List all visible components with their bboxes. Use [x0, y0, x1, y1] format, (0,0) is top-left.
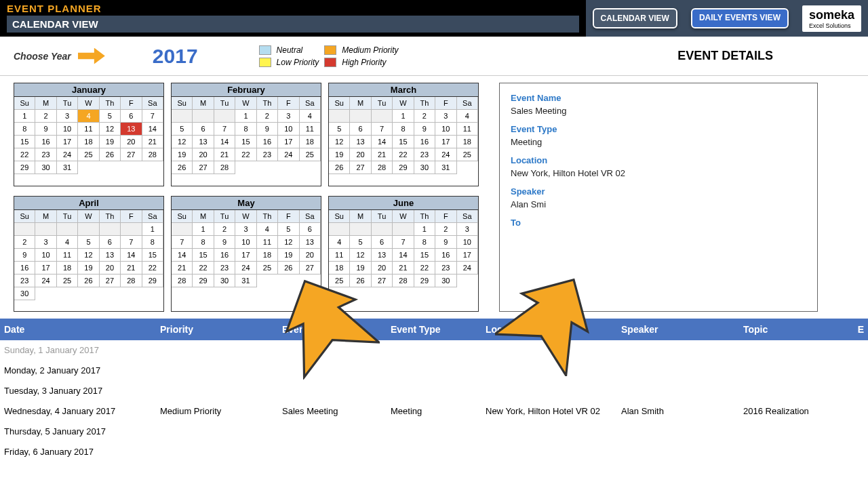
table-row[interactable]: Tuesday, 3 January 2017 [0, 381, 868, 401]
calendar-day[interactable]: 2 [35, 110, 56, 123]
calendar-day[interactable]: 11 [57, 249, 78, 262]
calendar-day[interactable]: 5 [278, 223, 299, 236]
calendar-day[interactable]: 5 [172, 123, 193, 136]
calendar-day[interactable]: 12 [350, 249, 371, 262]
calendar-day[interactable]: 28 [214, 161, 235, 174]
calendar-day[interactable]: 22 [142, 262, 163, 274]
calendar-day[interactable]: 27 [100, 274, 121, 287]
calendar-day[interactable]: 29 [393, 161, 414, 174]
calendar-day[interactable]: 20 [100, 262, 121, 274]
calendar-day[interactable]: 18 [57, 262, 78, 274]
calendar-day[interactable]: 4 [300, 110, 321, 123]
calendar-day[interactable]: 15 [14, 136, 35, 148]
calendar-day[interactable]: 15 [414, 249, 435, 262]
calendar-day[interactable]: 15 [235, 136, 256, 148]
calendar-day[interactable]: 23 [14, 274, 35, 287]
calendar-day[interactable]: 24 [35, 274, 56, 287]
calendar-day[interactable]: 6 [350, 123, 371, 136]
calendar-day[interactable]: 12 [172, 136, 193, 148]
calendar-day[interactable]: 7 [393, 236, 414, 249]
calendar-day[interactable]: 25 [78, 148, 99, 161]
calendar-day[interactable]: 13 [193, 136, 214, 148]
calendar-day[interactable]: 27 [121, 148, 142, 161]
calendar-day[interactable]: 9 [214, 236, 235, 249]
calendar-day[interactable]: 28 [121, 274, 142, 287]
calendar-day[interactable]: 3 [435, 110, 456, 123]
calendar-day[interactable]: 29 [414, 274, 435, 287]
calendar-day[interactable]: 13 [100, 249, 121, 262]
calendar-day[interactable]: 15 [393, 136, 414, 148]
calendar-day[interactable]: 27 [193, 161, 214, 174]
table-row[interactable]: Sunday, 1 January 2017 [0, 340, 868, 361]
calendar-day[interactable]: 27 [300, 262, 321, 274]
calendar-day[interactable]: 29 [193, 274, 214, 287]
calendar-day[interactable]: 24 [278, 148, 299, 161]
calendar-day[interactable]: 27 [372, 274, 393, 287]
calendar-day[interactable]: 26 [278, 262, 299, 274]
calendar-day[interactable]: 11 [329, 249, 350, 262]
calendar-day[interactable]: 26 [78, 274, 99, 287]
calendar-day[interactable]: 15 [142, 249, 163, 262]
calendar-day[interactable]: 30 [414, 161, 435, 174]
calendar-day[interactable]: 16 [14, 262, 35, 274]
calendar-day[interactable]: 23 [35, 148, 56, 161]
calendar-day[interactable]: 7 [214, 123, 235, 136]
calendar-day[interactable]: 16 [257, 136, 278, 148]
calendar-day[interactable]: 14 [142, 123, 163, 136]
calendar-day[interactable]: 18 [329, 262, 350, 274]
calendar-day[interactable]: 23 [435, 262, 456, 274]
calendar-day[interactable]: 9 [14, 249, 35, 262]
calendar-day[interactable]: 17 [278, 136, 299, 148]
calendar-day[interactable]: 13 [121, 123, 142, 136]
table-row[interactable]: Wednesday, 4 January 2017Medium Priority… [0, 401, 868, 422]
calendar-day[interactable]: 9 [435, 236, 456, 249]
calendar-day[interactable]: 7 [121, 236, 142, 249]
calendar-day[interactable]: 6 [100, 236, 121, 249]
calendar-day[interactable]: 30 [214, 274, 235, 287]
table-row[interactable]: Friday, 6 January 2017 [0, 442, 868, 462]
calendar-day[interactable]: 7 [172, 236, 193, 249]
calendar-day[interactable]: 4 [329, 236, 350, 249]
calendar-day[interactable]: 3 [278, 110, 299, 123]
calendar-day[interactable]: 24 [457, 262, 478, 274]
calendar-day[interactable]: 4 [457, 110, 478, 123]
calendar-day[interactable]: 13 [300, 236, 321, 249]
calendar-day[interactable]: 2 [14, 236, 35, 249]
calendar-day[interactable]: 22 [414, 262, 435, 274]
calendar-day[interactable]: 14 [372, 136, 393, 148]
calendar-day[interactable]: 2 [414, 110, 435, 123]
calendar-day[interactable]: 10 [278, 123, 299, 136]
calendar-day[interactable]: 20 [350, 148, 371, 161]
calendar-day[interactable]: 10 [435, 123, 456, 136]
calendar-day[interactable]: 22 [235, 148, 256, 161]
calendar-day[interactable]: 19 [172, 148, 193, 161]
calendar-day[interactable]: 21 [121, 262, 142, 274]
calendar-day[interactable]: 6 [300, 223, 321, 236]
calendar-day[interactable]: 6 [372, 236, 393, 249]
calendar-day[interactable]: 21 [172, 262, 193, 274]
calendar-day[interactable]: 15 [193, 249, 214, 262]
calendar-day[interactable]: 8 [393, 123, 414, 136]
calendar-day[interactable]: 6 [121, 110, 142, 123]
calendar-day[interactable]: 16 [214, 249, 235, 262]
calendar-day[interactable]: 11 [300, 123, 321, 136]
calendar-day[interactable]: 5 [78, 236, 99, 249]
calendar-day[interactable]: 31 [235, 274, 256, 287]
calendar-day[interactable]: 8 [414, 236, 435, 249]
table-row[interactable]: Monday, 2 January 2017 [0, 361, 868, 381]
calendar-day[interactable]: 29 [142, 274, 163, 287]
calendar-day[interactable]: 10 [57, 123, 78, 136]
calendar-day[interactable]: 20 [121, 136, 142, 148]
calendar-day[interactable]: 25 [457, 148, 478, 161]
calendar-day[interactable]: 1 [193, 223, 214, 236]
calendar-day[interactable]: 18 [457, 136, 478, 148]
calendar-day[interactable]: 11 [257, 236, 278, 249]
calendar-day[interactable]: 19 [78, 262, 99, 274]
calendar-view-button[interactable]: CALENDAR VIEW [593, 8, 677, 28]
calendar-day[interactable]: 31 [435, 161, 456, 174]
calendar-day[interactable]: 16 [35, 136, 56, 148]
calendar-day[interactable]: 10 [235, 236, 256, 249]
calendar-day[interactable]: 2 [257, 110, 278, 123]
calendar-day[interactable]: 3 [35, 236, 56, 249]
calendar-day[interactable]: 12 [329, 136, 350, 148]
